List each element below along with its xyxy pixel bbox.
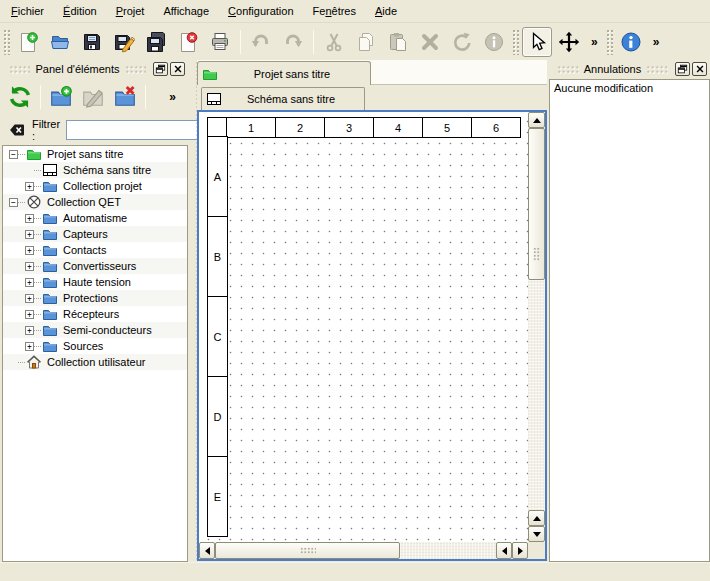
pan-icon [558,31,580,53]
select-tool-button[interactable] [522,27,552,57]
scroll-left-button-right[interactable] [496,542,512,559]
save-button[interactable] [77,27,107,57]
cut-button[interactable] [319,27,349,57]
about-button[interactable] [616,27,646,57]
collapse-icon[interactable]: − [9,150,18,159]
delete-category-button[interactable] [110,82,140,112]
element-info-button[interactable] [479,27,509,57]
scroll-right-button[interactable] [512,542,528,559]
undo-history-item[interactable]: Aucune modification [550,80,709,96]
redo-button[interactable] [278,27,308,57]
frame-column-label: 5 [422,117,472,138]
horizontal-scrollbar[interactable] [199,542,528,559]
diagram-sheet-icon [42,162,58,178]
expand-icon[interactable]: + [25,310,34,319]
tab-schema-sans-titre[interactable]: Schéma sans titre [201,87,365,110]
clear-filter-icon[interactable] [8,122,26,138]
menu-aide[interactable]: Aide [367,2,405,20]
vertical-scrollbar[interactable] [528,112,545,542]
expand-icon[interactable]: + [25,230,34,239]
tree-item[interactable]: +Capteurs [3,226,187,242]
expand-icon[interactable]: + [25,326,34,335]
expand-icon[interactable]: + [25,246,34,255]
paste-button[interactable] [383,27,413,57]
delete-button[interactable] [415,27,445,57]
tree-item[interactable]: −Projet sans titre [3,146,187,162]
tree-connector-line [34,250,41,251]
project-folder-icon [202,66,218,82]
toolbar-grip[interactable] [3,29,10,55]
scroll-up-button-bottom[interactable] [528,510,545,526]
toolbar-grip[interactable] [606,29,613,55]
save-all-button[interactable] [141,27,171,57]
scroll-left-button[interactable] [199,542,215,559]
menu-projet[interactable]: Projet [108,2,153,20]
collections-toolbar-overflow-button[interactable]: » [165,90,180,104]
menu-fenetres[interactable]: Fenêtres [305,2,364,20]
menu-edition[interactable]: Édition [55,2,105,20]
tree-item[interactable]: −Collection QET [3,194,187,210]
scroll-right-icon [518,547,523,555]
help-overflow-button[interactable]: » [649,35,664,49]
tree-item[interactable]: +Récepteurs [3,306,187,322]
copy-icon [355,31,377,53]
tree-item[interactable]: +Convertisseurs [3,258,187,274]
open-file-button[interactable] [45,27,75,57]
close-panel-button[interactable] [692,62,707,76]
tree-item[interactable]: +Protections [3,290,187,306]
tree-item-label: Capteurs [63,228,108,240]
close-file-button[interactable] [173,27,203,57]
expand-icon[interactable]: + [25,278,34,287]
tab-project-sans-titre[interactable]: Projet sans titre [197,61,371,85]
copy-button[interactable] [351,27,381,57]
reload-collections-button[interactable] [5,82,35,112]
expand-icon[interactable]: + [25,294,34,303]
toolbar-grip[interactable] [512,29,519,55]
title-bar-texture [557,65,579,74]
panel-splitter[interactable] [188,60,197,562]
undo-history-list[interactable]: Aucune modification [549,79,710,562]
tree-item[interactable]: Schéma sans titre [3,162,187,178]
status-bar [0,562,710,581]
info-blue-icon [620,31,642,53]
vertical-scrollbar-thumb[interactable] [528,128,545,280]
expand-icon[interactable]: + [25,342,34,351]
menu-fichier[interactable]: Fichier [3,2,52,20]
expand-icon[interactable]: + [25,214,34,223]
collapse-icon[interactable]: − [9,198,18,207]
new-category-button[interactable] [46,82,76,112]
tree-item-label: Collection projet [63,180,142,192]
rotate-button[interactable] [447,27,477,57]
tree-item[interactable]: +Collection projet [3,178,187,194]
new-file-button[interactable] [13,27,43,57]
pan-tool-button[interactable] [554,27,584,57]
expand-icon[interactable]: + [25,262,34,271]
print-button[interactable] [205,27,235,57]
horizontal-scrollbar-thumb[interactable] [215,542,400,559]
tree-item-label: Protections [63,292,118,304]
menu-affichage[interactable]: Affichage [155,2,217,20]
float-panel-button[interactable] [153,62,168,76]
frame-row-label: D [207,376,228,457]
tree-item[interactable]: +Automatisme [3,210,187,226]
tree-item[interactable]: +Haute tension [3,274,187,290]
float-panel-button[interactable] [675,62,690,76]
tree-item[interactable]: +Contacts [3,242,187,258]
scroll-down-button[interactable] [528,526,545,542]
title-bar-texture [9,65,30,74]
menu-configuration[interactable]: Configuration [220,2,301,20]
edit-category-button[interactable] [78,82,108,112]
scroll-up-button[interactable] [528,112,545,128]
tree-item[interactable]: +Sources [3,338,187,354]
frame-column-headers: 123456 [227,117,521,138]
tools-overflow-button[interactable]: » [587,35,602,49]
tree-item[interactable]: Collection utilisateur [3,354,187,370]
undo-button[interactable] [246,27,276,57]
expand-icon[interactable]: + [25,182,34,191]
diagram-view[interactable]: 123456 ABCDE [199,112,528,542]
tree-item[interactable]: +Semi-conducteurs [3,322,187,338]
frame-row-label: B [207,216,228,297]
close-file-icon [177,31,199,53]
close-panel-button[interactable] [170,62,185,76]
save-as-button[interactable] [109,27,139,57]
